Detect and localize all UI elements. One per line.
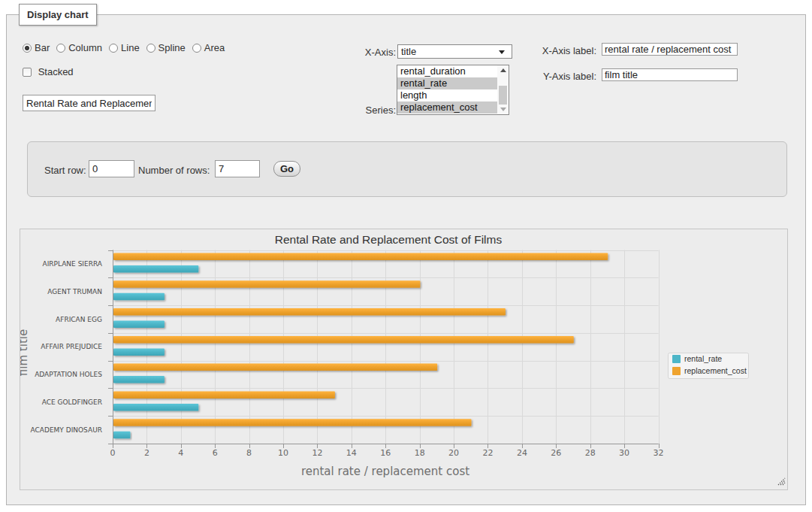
value-tick-label: 18 <box>415 448 425 458</box>
stacked-checkbox[interactable] <box>23 68 32 77</box>
legend-swatch-rental_rate[interactable] <box>672 355 681 363</box>
value-tick-label: 12 <box>312 448 322 458</box>
bar-replacement_cost[interactable] <box>113 253 608 261</box>
y-axis-title: film title <box>20 329 30 376</box>
scrollbar[interactable] <box>497 65 509 114</box>
category-label: AIRPLANE SIERRA <box>42 260 102 268</box>
chart-type-option-line: Line <box>109 42 140 53</box>
bar-replacement_cost[interactable] <box>113 419 472 426</box>
y-axis-label-label: Y-Axis label: <box>530 71 596 82</box>
value-tick-label: 24 <box>517 448 527 458</box>
stacked-label: Stacked <box>38 66 74 77</box>
bar-rental_rate[interactable] <box>113 265 198 273</box>
bar-replacement_cost[interactable] <box>113 391 335 398</box>
chart-title-input[interactable] <box>23 95 155 111</box>
category-label: AFRICAN EGG <box>56 316 102 323</box>
x-axis-label-input[interactable] <box>602 43 738 56</box>
value-tick-label: 22 <box>483 448 494 458</box>
resize-grip-icon[interactable] <box>780 480 785 485</box>
panel-title: Display chart <box>19 4 97 26</box>
radio-spline[interactable] <box>146 44 155 53</box>
bar-replacement_cost[interactable] <box>113 308 506 316</box>
scroll-thumb[interactable] <box>499 86 507 105</box>
bar-rental_rate[interactable] <box>113 321 165 329</box>
bar-replacement_cost[interactable] <box>113 364 437 371</box>
value-tick-label: 16 <box>380 448 391 458</box>
chart-type-option-column: Column <box>56 42 102 53</box>
series-options: rental_durationrental_ratelengthreplacem… <box>397 65 497 114</box>
legend-swatch-replacement_cost[interactable] <box>672 367 681 375</box>
radio-area[interactable] <box>192 44 201 53</box>
chart-type-option-bar: Bar <box>23 42 50 53</box>
radio-column[interactable] <box>56 44 65 53</box>
chart-type-option-spline: Spline <box>146 42 186 53</box>
legend-label-rental_rate[interactable]: rental_rate <box>684 354 722 363</box>
bar-rental_rate[interactable] <box>113 376 165 383</box>
bar-rental_rate[interactable] <box>113 404 198 411</box>
category-label: AFFAIR PREJUDICE <box>41 343 102 350</box>
series-option-rental_rate[interactable]: rental_rate <box>397 77 497 89</box>
value-tick-label: 26 <box>551 448 561 458</box>
resize-grip-icon[interactable] <box>783 483 785 485</box>
bar-replacement_cost[interactable] <box>113 280 420 288</box>
value-tick-label: 0 <box>110 448 116 458</box>
stacked-row: Stacked <box>23 66 74 77</box>
series-option-length[interactable]: length <box>397 89 497 101</box>
rows-controls-box: Start row: Number of rows: Go <box>27 141 787 197</box>
x-axis-label-label: X-Axis label: <box>530 45 596 56</box>
x-axis-title: rental rate / replacement cost <box>301 465 469 478</box>
x-axis-select-value: title <box>401 46 416 57</box>
num-rows-label: Number of rows: <box>138 165 210 176</box>
num-rows-input[interactable] <box>215 160 260 177</box>
category-label: ADAPTATION HOLES <box>35 371 102 378</box>
y-axis-label-input[interactable] <box>602 68 738 81</box>
category-label: ACADEMY DINOSAUR <box>31 426 102 434</box>
bar-rental_rate[interactable] <box>113 432 131 439</box>
chart-type-radio-group: BarColumnLineSplineArea <box>23 42 231 53</box>
value-tick-label: 14 <box>346 448 357 458</box>
bar-chart: AIRPLANE SIERRAAGENT TRUMANAFRICAN EGGAF… <box>20 229 787 489</box>
value-tick-label: 28 <box>585 448 596 458</box>
value-tick-label: 6 <box>213 448 218 458</box>
chart-container: AIRPLANE SIERRAAGENT TRUMANAFRICAN EGGAF… <box>20 229 788 490</box>
value-tick-label: 32 <box>654 448 664 458</box>
value-tick-label: 20 <box>448 448 459 458</box>
value-tick-label: 8 <box>246 448 252 458</box>
series-listbox[interactable]: rental_durationrental_ratelengthreplacem… <box>397 65 509 115</box>
scroll-up-icon[interactable] <box>497 65 509 75</box>
start-row-label: Start row: <box>44 165 86 176</box>
value-tick-label: 2 <box>144 448 149 458</box>
value-tick-label: 4 <box>178 448 183 458</box>
bar-rental_rate[interactable] <box>113 348 165 356</box>
radio-bar[interactable] <box>23 44 32 53</box>
value-tick-label: 30 <box>619 448 629 458</box>
chart-title: Rental Rate and Replacement Cost of Film… <box>275 233 503 246</box>
chart-type-option-area: Area <box>192 42 225 53</box>
scroll-down-icon[interactable] <box>497 105 509 114</box>
x-axis-select-label: X-Axis: <box>331 47 396 58</box>
series-list-label: Series: <box>331 105 396 116</box>
bar-replacement_cost[interactable] <box>113 336 574 344</box>
value-tick-label: 10 <box>278 448 288 458</box>
bar-rental_rate[interactable] <box>113 293 165 301</box>
series-option-rental_duration[interactable]: rental_duration <box>397 65 497 77</box>
category-label: AGENT TRUMAN <box>47 288 102 295</box>
chevron-down-icon <box>499 50 505 54</box>
series-option-replacement_cost[interactable]: replacement_cost <box>397 101 497 114</box>
x-axis-select[interactable]: title <box>397 44 512 59</box>
radio-line[interactable] <box>109 44 118 53</box>
legend-label-replacement_cost[interactable]: replacement_cost <box>684 366 747 375</box>
go-button[interactable]: Go <box>273 161 300 177</box>
category-label: ACE GOLDFINGER <box>42 398 102 406</box>
start-row-input[interactable] <box>89 160 134 177</box>
